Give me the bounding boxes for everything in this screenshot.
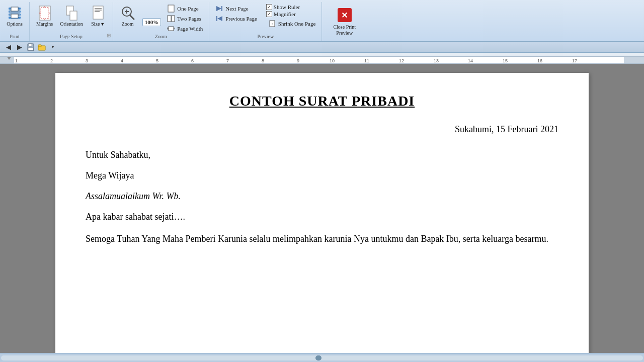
close-x-icon: ✕ xyxy=(338,8,352,22)
preview-controls-row: Next Page Previous Page ✓ Show Rule xyxy=(213,4,317,35)
close-preview-label: Close PrintPreview xyxy=(333,24,356,36)
close-preview-button[interactable]: ✕ Close PrintPreview xyxy=(328,4,361,40)
svg-rect-6 xyxy=(11,14,18,18)
svg-rect-23 xyxy=(168,5,174,12)
size-icon xyxy=(90,5,106,21)
save-button[interactable] xyxy=(26,43,35,52)
preview-options-col: ✓ Show Ruler ✓ Magnifier ↕ Shrink One Pa… xyxy=(266,4,318,28)
options-button[interactable]: Options xyxy=(4,4,25,28)
magnifier-label: Magnifier xyxy=(274,11,296,17)
svg-text:7: 7 xyxy=(226,58,229,63)
svg-text:11: 11 xyxy=(364,58,369,63)
show-ruler-label: Show Ruler xyxy=(274,4,300,10)
zoom-small-buttons: One Page Two Pages xyxy=(165,4,205,33)
nav-buttons-col: Next Page Previous Page xyxy=(213,4,259,23)
page-width-icon xyxy=(167,25,175,33)
svg-rect-42 xyxy=(0,57,644,63)
options-label: Options xyxy=(7,21,23,27)
next-page-button[interactable]: Next Page xyxy=(213,4,259,13)
svg-marker-31 xyxy=(216,6,221,11)
magnifier-check-box[interactable]: ✓ xyxy=(266,11,272,17)
magnifier-checkbox[interactable]: ✓ Magnifier xyxy=(266,11,318,17)
svg-text:12: 12 xyxy=(399,58,404,63)
orientation-icon xyxy=(63,5,79,21)
document-greeting: Assalamualaikum Wr. Wb. xyxy=(86,191,558,202)
svg-text:17: 17 xyxy=(572,58,577,63)
ruler-inner: // We'll draw ticks via inline positions… xyxy=(0,56,644,63)
svg-text:10: 10 xyxy=(330,58,335,63)
previous-page-label: Previous Page xyxy=(225,16,257,22)
one-page-button[interactable]: One Page xyxy=(165,4,205,13)
zoom-label: Zoom xyxy=(122,21,134,27)
document-recipient: Untuk Sahabatku, xyxy=(86,150,558,160)
page-setup-expand[interactable]: ⊞ xyxy=(107,33,111,38)
svg-rect-38 xyxy=(29,44,32,46)
svg-text:14: 14 xyxy=(468,58,473,63)
next-page-icon xyxy=(215,5,223,13)
svg-rect-25 xyxy=(172,16,175,22)
svg-text:15: 15 xyxy=(503,58,508,63)
ribbon-group-page-setup: Margins Orientation xyxy=(30,2,113,41)
svg-text:8: 8 xyxy=(262,58,264,63)
svg-line-20 xyxy=(130,15,134,19)
print-buttons-row: Options xyxy=(4,4,25,28)
page-setup-group-label: Page Setup xyxy=(30,34,113,39)
print-group-label: Print xyxy=(0,34,29,39)
ruler: // We'll draw ticks via inline positions… xyxy=(0,53,644,64)
svg-rect-41 xyxy=(38,45,41,47)
document-title: CONTOH SURAT PRIBADI xyxy=(86,93,558,109)
ribbon-group-close: ✕ Close PrintPreview xyxy=(322,2,367,41)
two-pages-icon xyxy=(167,15,175,23)
dropdown-arrow[interactable]: ▼ xyxy=(48,43,57,52)
zoom-group-label: Zoom xyxy=(113,34,209,39)
zoom-percentage[interactable]: 100% xyxy=(142,18,162,26)
svg-text:3: 3 xyxy=(86,58,88,63)
redo-button[interactable]: ▶ xyxy=(15,43,24,52)
undo-button[interactable]: ◀ xyxy=(4,43,13,52)
svg-rect-39 xyxy=(28,48,33,50)
margins-icon xyxy=(37,5,53,21)
show-ruler-checkbox[interactable]: ✓ Show Ruler xyxy=(266,4,318,10)
zoom-button[interactable]: Zoom xyxy=(117,4,138,28)
svg-rect-44 xyxy=(624,57,644,63)
show-ruler-check-box[interactable]: ✓ xyxy=(266,4,272,10)
svg-marker-33 xyxy=(217,16,222,21)
svg-rect-43 xyxy=(0,57,14,63)
document-date: Sukabumi, 15 Februari 2021 xyxy=(86,124,558,135)
document-area: CONTOH SURAT PRIBADI Sukabumi, 15 Februa… xyxy=(0,64,644,353)
page-width-button[interactable]: Page Width xyxy=(165,24,205,33)
one-page-icon xyxy=(167,5,175,13)
svg-rect-26 xyxy=(169,27,174,31)
scroll-track[interactable] xyxy=(1,355,643,360)
svg-text:9: 9 xyxy=(297,58,299,63)
margins-label: Margins xyxy=(36,21,53,27)
shrink-one-page-button[interactable]: ↕ Shrink One Page xyxy=(266,19,318,28)
document-paragraph2: Semoga Tuhan Yang Maha Pemberi Karunia s… xyxy=(86,232,558,246)
size-button[interactable]: Size ▼ xyxy=(88,4,109,28)
shrink-one-page-label: Shrink One Page xyxy=(278,21,316,27)
scroll-thumb[interactable] xyxy=(315,355,321,360)
ribbon-toolbar: Options Print Margins xyxy=(0,0,644,42)
document-page: CONTOH SURAT PRIBADI Sukabumi, 15 Februa… xyxy=(55,73,589,353)
shrink-icon: ↕ xyxy=(268,20,276,28)
size-label: Size xyxy=(91,21,100,27)
page-width-label: Page Width xyxy=(177,26,203,32)
preview-group-label: Preview xyxy=(209,34,321,39)
quick-access-toolbar: ◀ ▶ ▼ xyxy=(0,42,644,53)
svg-rect-15 xyxy=(93,6,103,19)
svg-text:2: 2 xyxy=(50,58,53,63)
orientation-label: Orientation xyxy=(60,21,83,27)
two-pages-button[interactable]: Two Pages xyxy=(165,14,205,23)
zoom-icon xyxy=(120,5,136,21)
size-dropdown-icon: ▼ xyxy=(100,22,105,27)
svg-text:16: 16 xyxy=(537,58,542,63)
ribbon-group-print: Options Print xyxy=(0,2,30,41)
horizontal-scrollbar[interactable] xyxy=(0,353,644,362)
margins-button[interactable]: Margins xyxy=(34,4,55,28)
svg-rect-5 xyxy=(11,7,18,11)
open-button[interactable] xyxy=(37,43,46,52)
orientation-button[interactable]: Orientation xyxy=(57,4,86,28)
svg-rect-24 xyxy=(168,16,171,22)
previous-page-button[interactable]: Previous Page xyxy=(213,14,259,23)
svg-text:6: 6 xyxy=(191,58,194,63)
